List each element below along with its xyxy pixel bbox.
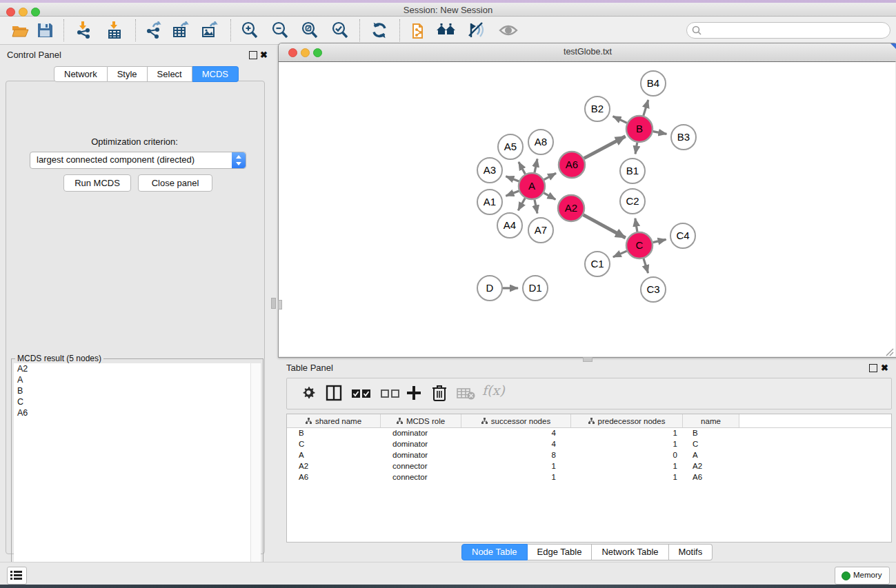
mcds-result-scrollbar[interactable] [250, 363, 261, 588]
graph-edge-C-C2[interactable] [635, 219, 637, 232]
delete-column-trash-icon[interactable] [431, 384, 448, 405]
select-all-icon[interactable] [352, 389, 371, 401]
show-hide-panels-icon[interactable] [499, 21, 517, 39]
search-input[interactable] [686, 22, 890, 39]
tab-motifs[interactable]: Motifs [669, 544, 713, 560]
list-item[interactable]: A2 [14, 363, 250, 374]
table-cell[interactable]: 1 [571, 439, 683, 450]
table-cell[interactable]: 1 [461, 461, 571, 472]
table-cell[interactable]: 1 [571, 428, 683, 439]
column-header[interactable]: successor nodes [461, 414, 571, 427]
table-close-icon[interactable]: ✖ [881, 365, 888, 372]
refresh-icon[interactable] [370, 21, 388, 39]
graph-edge-A-A1[interactable] [506, 191, 519, 196]
show-column-panel-icon[interactable] [326, 385, 342, 404]
tab-edge-table[interactable]: Edge Table [528, 544, 593, 560]
save-session-icon[interactable] [36, 21, 54, 39]
float-panel-icon[interactable] [249, 51, 257, 59]
panel-splitter-handle[interactable] [271, 298, 276, 309]
table-row[interactable]: A2connector11A2 [287, 461, 891, 472]
tab-style[interactable]: Style [108, 66, 148, 82]
zoom-out-icon[interactable] [271, 21, 289, 39]
delete-table-icon[interactable] [457, 387, 476, 403]
table-row[interactable]: A6connector11A6 [287, 472, 891, 483]
table-cell[interactable]: 4 [461, 439, 571, 450]
graph-edge-C-C4[interactable] [653, 239, 666, 242]
table-cell[interactable]: B [683, 428, 739, 439]
create-column-icon[interactable] [406, 385, 422, 404]
close-panel-icon[interactable]: ✖ [260, 52, 268, 59]
zoom-fit-icon[interactable] [301, 21, 319, 39]
table-float-icon[interactable] [869, 364, 877, 372]
table-cell[interactable]: dominator [381, 450, 461, 461]
mcds-result-list[interactable]: A2ABCA6 [14, 363, 251, 588]
resize-grip-icon[interactable] [886, 347, 894, 355]
column-header[interactable]: predecessor nodes [571, 414, 683, 427]
table-body[interactable]: Bdominator41BCdominator41CAdominator80AA… [287, 428, 891, 483]
graph-edge-A-A8[interactable] [535, 159, 537, 172]
dropdown-stepper-icon[interactable] [232, 152, 246, 168]
open-session-icon[interactable] [410, 21, 428, 39]
window-edge-handle[interactable] [278, 300, 282, 310]
home-icon[interactable] [436, 21, 454, 39]
graph-edge-B-B2[interactable] [613, 116, 627, 123]
graph-edge-B-B1[interactable] [635, 143, 637, 154]
table-row[interactable]: Adominator80A [287, 450, 891, 461]
table-row[interactable]: Bdominator41B [287, 428, 891, 439]
table-cell[interactable]: 8 [461, 450, 571, 461]
table-cell[interactable]: C [683, 439, 739, 450]
open-file-icon[interactable] [11, 21, 29, 39]
memory-button[interactable]: Memory [835, 567, 890, 585]
graph-edge-C-C1[interactable] [613, 251, 627, 257]
export-network-icon[interactable] [145, 21, 163, 39]
table-cell[interactable]: dominator [381, 428, 461, 439]
task-history-button[interactable] [7, 567, 27, 585]
table-cell[interactable]: A6 [287, 472, 381, 483]
table-cell[interactable]: 1 [571, 472, 683, 483]
list-item[interactable]: B [14, 385, 250, 396]
table-cell[interactable]: A2 [683, 461, 739, 472]
function-builder-icon[interactable]: f(x) [482, 383, 505, 398]
table-cell[interactable]: A2 [287, 461, 381, 472]
export-image-icon[interactable] [201, 21, 219, 39]
graph-edge-A-A3[interactable] [506, 176, 519, 181]
criterion-dropdown[interactable]: largest connected component (directed) [30, 152, 246, 169]
tab-network-table[interactable]: Network Table [592, 544, 668, 560]
column-header[interactable]: MCDS role [381, 414, 461, 427]
graph-edge-A-A5[interactable] [519, 162, 526, 174]
table-cell[interactable]: 4 [461, 428, 571, 439]
table-cell[interactable]: B [287, 428, 381, 439]
run-mcds-button[interactable]: Run MCDS [63, 174, 131, 192]
import-table-icon[interactable] [106, 21, 123, 39]
node-table[interactable]: shared nameMCDS rolesuccessor nodesprede… [286, 414, 892, 543]
table-header-row[interactable]: shared nameMCDS rolesuccessor nodesprede… [287, 414, 891, 428]
network-graph[interactable]: AA1A2A3A4A5A6A7A8BB1B2B3B4CC1C2C3C4DD1 [279, 62, 895, 356]
graph-edge-A-A7[interactable] [535, 200, 537, 214]
zoom-in-icon[interactable] [241, 21, 259, 39]
close-panel-button[interactable]: Close panel [138, 174, 212, 192]
network-canvas[interactable]: AA1A2A3A4A5A6A7A8BB1B2B3B4CC1C2C3C4DD1 [279, 61, 895, 356]
list-item[interactable]: A6 [14, 407, 250, 418]
tab-select[interactable]: Select [148, 66, 192, 82]
graph-edge-A2-C[interactable] [584, 215, 626, 238]
import-network-icon[interactable] [74, 21, 92, 39]
graph-edge-A-A4[interactable] [518, 198, 525, 210]
tab-node-table[interactable]: Node Table [461, 544, 528, 560]
column-header[interactable]: name [683, 414, 739, 427]
table-cell[interactable]: connector [381, 472, 461, 483]
network-window-titlebar[interactable]: testGlobe.txt [279, 43, 896, 62]
table-cell[interactable]: 0 [571, 450, 683, 461]
table-settings-gear-icon[interactable] [301, 385, 317, 404]
zoom-selected-icon[interactable] [331, 21, 349, 39]
tab-mcds[interactable]: MCDS [192, 66, 239, 82]
list-item[interactable]: C [14, 396, 250, 407]
tab-network[interactable]: Network [54, 66, 108, 82]
graph-edge-A-A6[interactable] [544, 173, 556, 179]
list-item[interactable]: A [14, 374, 250, 385]
export-table-icon[interactable] [172, 21, 190, 39]
column-header[interactable]: shared name [287, 414, 381, 427]
table-cell[interactable]: C [287, 439, 381, 450]
toggle-graphics-details-icon[interactable] [467, 21, 485, 39]
deselect-all-icon[interactable] [381, 389, 400, 401]
table-cell[interactable]: dominator [381, 439, 461, 450]
